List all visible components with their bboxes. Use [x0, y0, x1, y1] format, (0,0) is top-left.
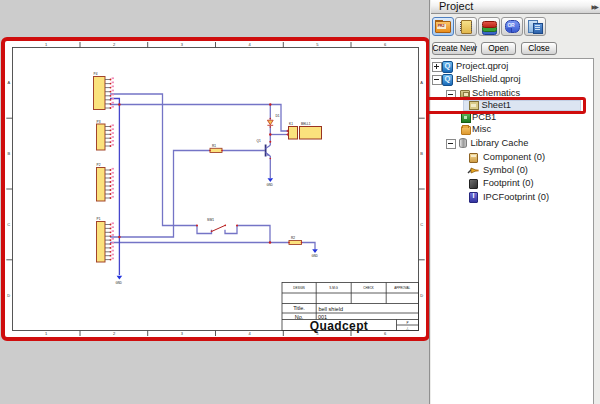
svg-text:D: D	[420, 293, 423, 298]
svg-text:-/-: -/-	[406, 327, 409, 331]
svg-text:CHECK: CHECK	[363, 286, 374, 290]
svg-text:APPROVAL: APPROVAL	[394, 286, 410, 290]
svg-text:No.: No.	[295, 314, 304, 320]
svg-text:4: 4	[248, 42, 251, 47]
svg-text:B: B	[7, 151, 10, 156]
svg-text:C: C	[7, 222, 10, 227]
svg-text:GND: GND	[116, 281, 122, 285]
svg-text:Q1: Q1	[257, 139, 261, 143]
svg-text:A: A	[420, 80, 423, 85]
svg-text:B: B	[420, 151, 423, 156]
svg-text:Title.: Title.	[293, 305, 305, 311]
svg-text:2: 2	[113, 42, 116, 47]
svg-text:D1: D1	[276, 114, 280, 118]
svg-text:P: P	[406, 321, 408, 325]
svg-text:Quadcept: Quadcept	[310, 319, 369, 333]
svg-text:BELL1: BELL1	[301, 122, 311, 126]
svg-text:2: 2	[113, 331, 116, 336]
svg-text:5: 5	[316, 42, 319, 47]
svg-text:1: 1	[45, 42, 48, 47]
svg-text:DESIGN: DESIGN	[293, 286, 305, 290]
svg-text:S.M.G: S.M.G	[329, 286, 338, 290]
svg-text:GND: GND	[312, 254, 318, 258]
svg-text:P3: P3	[97, 120, 101, 124]
svg-text:bell shield: bell shield	[319, 306, 343, 312]
svg-text:6: 6	[384, 331, 387, 336]
svg-text:A: A	[7, 80, 10, 85]
svg-text:SW1: SW1	[207, 218, 214, 222]
svg-text:R2: R2	[291, 236, 295, 240]
svg-text:GND: GND	[267, 183, 273, 187]
svg-text:P4: P4	[94, 72, 98, 76]
svg-text:P1: P1	[97, 217, 101, 221]
svg-text:C: C	[420, 222, 423, 227]
svg-text:P2: P2	[97, 163, 101, 167]
svg-text:6: 6	[384, 42, 387, 47]
svg-text:1: 1	[45, 331, 48, 336]
svg-text:3: 3	[181, 331, 184, 336]
svg-text:4: 4	[248, 331, 251, 336]
svg-text:3: 3	[181, 42, 184, 47]
svg-text:R1: R1	[212, 144, 216, 148]
svg-text:D: D	[7, 293, 10, 298]
svg-text:K1: K1	[289, 122, 293, 126]
